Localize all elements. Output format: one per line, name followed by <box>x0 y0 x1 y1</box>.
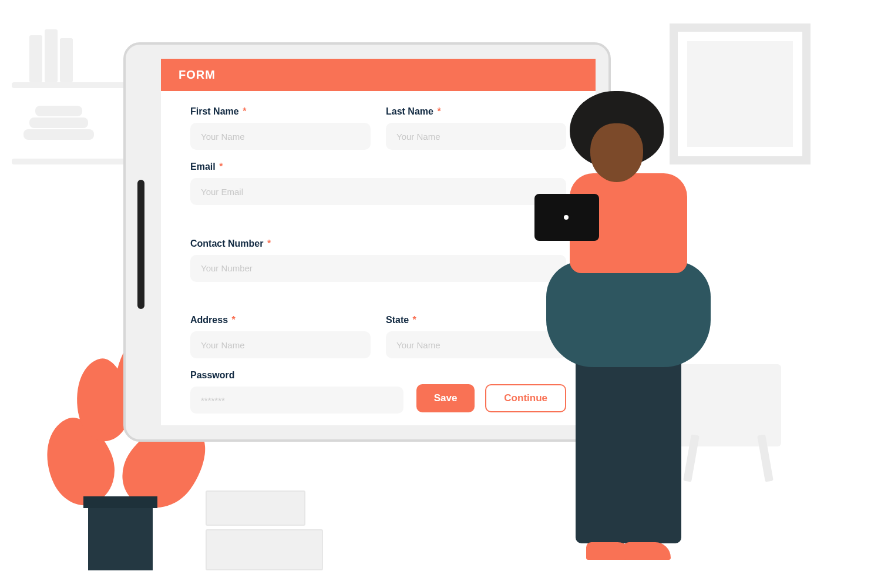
required-mark: * <box>243 106 246 116</box>
contact-label: Contact Number <box>190 238 263 248</box>
state-input[interactable] <box>386 331 566 358</box>
form-screen: FORM First Name * Last Name * <box>161 59 596 425</box>
field-contact-number: Contact Number * <box>190 238 566 304</box>
contact-number-input[interactable] <box>190 255 566 282</box>
required-mark: * <box>267 238 271 248</box>
field-first-name: First Name * <box>190 106 371 150</box>
continue-button[interactable]: Continue <box>485 384 566 412</box>
required-mark: * <box>413 315 416 325</box>
field-email: Email * <box>190 162 566 227</box>
email-input[interactable] <box>190 178 566 205</box>
bookshelf-decoration <box>12 12 141 206</box>
field-last-name: Last Name * <box>386 106 566 150</box>
required-mark: * <box>231 315 235 325</box>
last-name-label: Last Name <box>386 106 433 116</box>
form-header: FORM <box>161 59 596 91</box>
last-name-input[interactable] <box>386 123 566 150</box>
password-label: Password <box>190 370 235 380</box>
form-title: FORM <box>179 68 216 81</box>
field-state: State * <box>386 315 566 358</box>
required-mark: * <box>219 162 223 172</box>
first-name-label: First Name <box>190 106 239 116</box>
email-label: Email <box>190 162 216 172</box>
field-address: Address * <box>190 315 371 358</box>
field-password: Password <box>190 370 403 414</box>
form-buttons: Save Continue <box>416 384 566 414</box>
password-input[interactable] <box>190 387 403 414</box>
state-label: State <box>386 315 409 325</box>
save-button[interactable]: Save <box>416 384 475 412</box>
person-illustration <box>558 91 722 567</box>
address-input[interactable] <box>190 331 371 358</box>
tablet-device: FORM First Name * Last Name * <box>123 42 611 442</box>
first-name-input[interactable] <box>190 123 371 150</box>
handheld-tablet-icon <box>534 194 599 241</box>
form-body: First Name * Last Name * Email * <box>161 91 596 425</box>
device-home-button <box>137 180 144 309</box>
address-label: Address <box>190 315 228 325</box>
storage-boxes-decoration <box>206 487 323 570</box>
required-mark: * <box>437 106 441 116</box>
